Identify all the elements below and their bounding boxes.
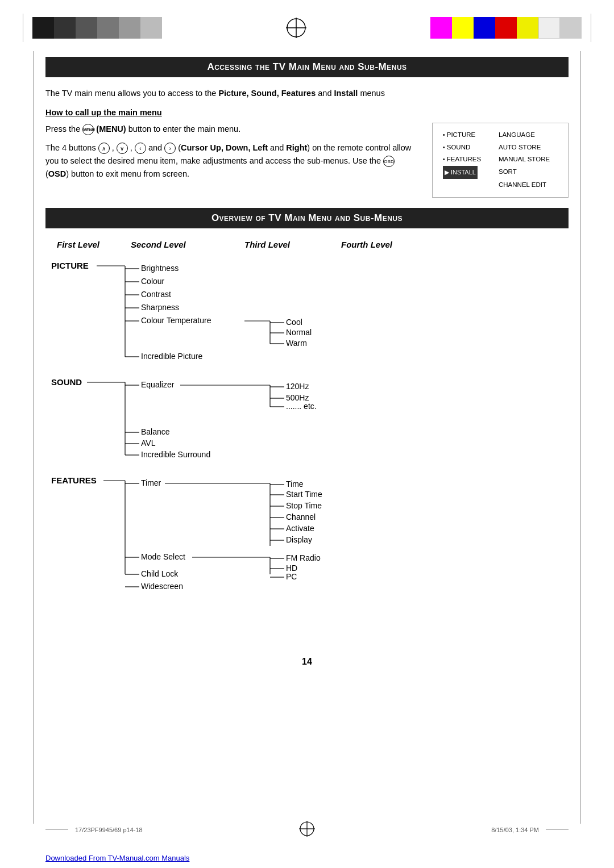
bottom-right-text: 8/15/03, 1:34 PM [491,827,539,833]
intro-paragraph: The TV main menu allows you to access to… [45,87,569,100]
warm-label: Warm [286,339,307,348]
color-block-yellow [452,17,474,39]
menu-item-empty [443,179,488,191]
left-button-icon: ‹ [135,143,146,154]
child-lock-label: Child Lock [141,569,179,578]
menu-row-features: • FEATURES MANUAL STORE [443,153,558,166]
tree-svg: PICTURE Brightness Colour Contrast Sharp… [45,257,569,644]
color-block [140,17,162,39]
menu-row-channeledit: CHANNEL EDIT [443,179,558,191]
menu-row-install: ▶ INSTALL SORT [443,166,558,179]
color-block [54,17,76,39]
timer-label: Timer [141,478,161,487]
top-bar [0,0,614,51]
features-label: FEATURES [51,475,97,485]
download-link-text: Downloaded From TV-Manual.com Manuals [45,854,189,862]
avl-label: AVL [141,439,156,448]
menu-item-features: • FEATURES [443,153,488,166]
120hz-label: 120Hz [286,382,309,391]
left-margin-line [33,51,34,824]
right-margin-line [580,51,581,824]
bottom-info-left: 17/23PF9945/69 p14-18 [75,827,287,833]
color-block [119,17,140,39]
section2-header-text: Overview of TV Main Menu and Sub-Menus [211,212,403,223]
bottom-crosshair [298,820,316,840]
color-block-magenta [430,17,452,39]
how-to-title: How to call up the main menu [45,108,569,117]
time-label: Time [286,479,304,489]
balance-label: Balance [141,427,170,436]
menu-item-sort: SORT [499,166,517,179]
third-level-header: Third Level [244,240,341,249]
incredible-picture-label: Incredible Picture [141,352,202,361]
menu-row-picture: • PICTURE LANGUAGE [443,129,558,141]
activate-label: Activate [286,524,314,533]
colour-label: Colour [141,277,165,286]
picture-label: PICTURE [51,261,89,270]
menu-item-sound: • SOUND [443,141,488,154]
download-link[interactable]: Downloaded From TV-Manual.com Manuals [45,854,189,862]
how-to-body: Press the MENU (MENU) button to enter th… [45,123,569,198]
section1-header-text: Accessing the TV Main Menu and Sub-Menus [207,61,406,72]
equalizer-label: Equalizer [141,380,175,389]
page-number-text: 14 [302,657,312,666]
main-content: Accessing the TV Main Menu and Sub-Menus… [0,51,614,695]
widescreen-label: Widescreen [141,582,183,591]
etc-label: ....... etc. [286,402,317,411]
bottom-info-right: 8/15/03, 1:34 PM [327,827,539,833]
menu-tree: PICTURE Brightness Colour Contrast Sharp… [45,257,569,645]
normal-label: Normal [286,328,312,337]
brightness-label: Brightness [141,264,179,273]
page-number: 14 [45,657,569,667]
menu-item-picture: • PICTURE [443,129,488,141]
color-block-yellow2 [517,17,538,39]
menu-preview-box: • PICTURE LANGUAGE • SOUND AUTO STORE • … [432,123,569,198]
bottom-left-text: 17/23PF9945/69 p14-18 [75,827,143,833]
menu-item-install: ▶ INSTALL [443,166,488,179]
color-block [32,17,54,39]
right-button-icon: › [164,143,176,154]
section2-header: Overview of TV Main Menu and Sub-Menus [45,208,569,228]
osd-button-icon: OSD [383,156,395,167]
color-block-white [538,17,560,39]
down-button-icon: ∨ [117,143,128,154]
section1-header: Accessing the TV Main Menu and Sub-Menus [45,57,569,77]
menu-item-channeledit: CHANNEL EDIT [499,179,546,191]
menu-row-sound: • SOUND AUTO STORE [443,141,558,154]
incredible-surround-label: Incredible Surround [141,450,210,459]
menu-button-icon: MENU [82,124,94,135]
crosshair-center [284,15,309,40]
color-block-red [495,17,517,39]
color-block-blue [474,17,495,39]
colour-temp-label: Colour Temperature [141,316,211,325]
pc-label: PC [286,572,297,581]
bottom-line-left [45,829,68,830]
color-blocks-right [430,17,582,39]
bottom-line-right [546,829,569,830]
hd-label: HD [286,564,297,573]
first-level-header: First Level [57,240,131,249]
contrast-label: Contrast [141,290,171,299]
level-headers: First Level Second Level Third Level Fou… [45,240,569,249]
bottom-bar: 17/23PF9945/69 p14-18 8/15/03, 1:34 PM [0,820,614,840]
mode-select-label: Mode Select [141,552,185,561]
how-to-text: Press the MENU (MENU) button to enter th… [45,123,415,181]
color-block-gray [560,17,582,39]
second-level-header: Second Level [131,240,244,249]
sharpness-label: Sharpness [141,303,179,312]
color-block [97,17,119,39]
color-blocks-left [32,17,162,39]
fourth-level-header: Fourth Level [341,240,432,249]
color-block [76,17,97,39]
menu-item-manualstore: MANUAL STORE [499,153,550,166]
500hz-label: 500Hz [286,393,309,402]
up-button-icon: ∧ [98,143,110,154]
start-time-label: Start Time [286,490,322,499]
display-label: Display [286,535,312,544]
channel-label: Channel [286,512,316,521]
cool-label: Cool [286,318,302,327]
menu-item-autostore: AUTO STORE [499,141,541,154]
sound-label: SOUND [51,377,82,387]
fm-radio-label: FM Radio [286,553,321,562]
stop-time-label: Stop Time [286,501,322,510]
